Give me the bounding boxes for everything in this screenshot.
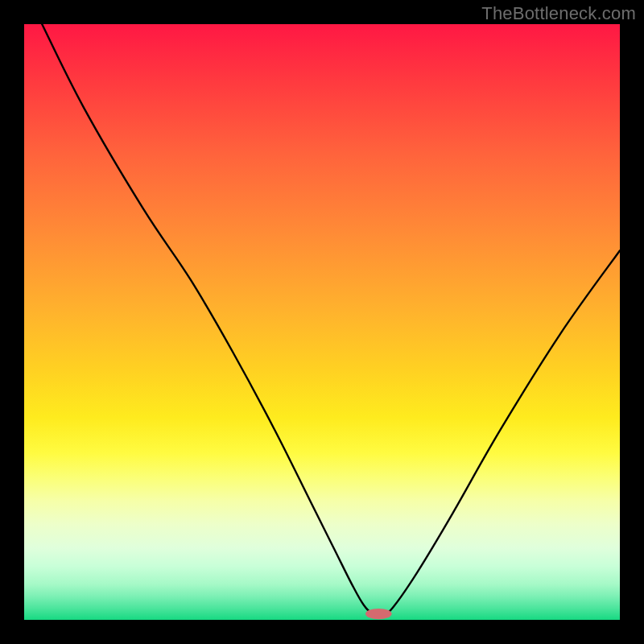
watermark-text: TheBottleneck.com [481, 3, 636, 24]
bottleneck-curve [42, 24, 620, 613]
minimum-marker [365, 609, 392, 619]
plot-svg [24, 24, 620, 620]
chart-frame: TheBottleneck.com [0, 0, 644, 644]
plot-area [24, 24, 620, 620]
